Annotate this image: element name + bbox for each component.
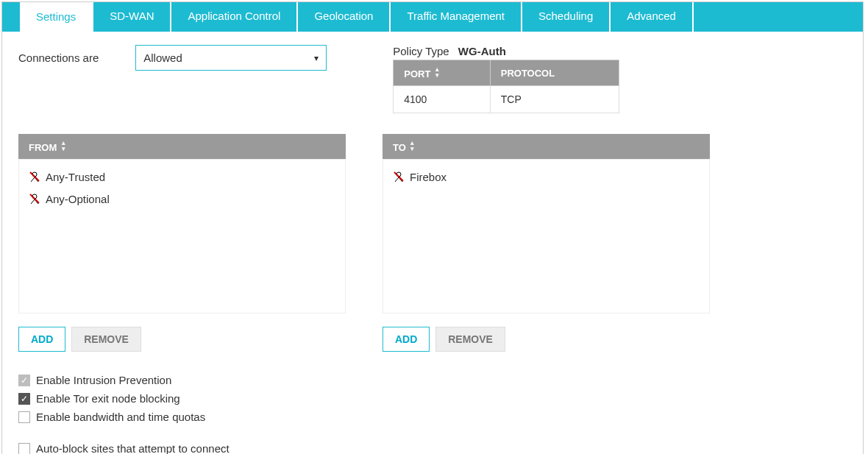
- port-header[interactable]: PORT ▴▾: [394, 60, 490, 86]
- enable-quota-checkbox[interactable]: [18, 411, 30, 423]
- list-item-label: Any-Optional: [46, 193, 110, 205]
- protocol-header[interactable]: PROTOCOL: [490, 60, 619, 86]
- list-item-label: Any-Trusted: [46, 171, 105, 183]
- list-item[interactable]: Any-Trusted: [26, 166, 338, 188]
- policy-settings-page: Settings SD-WAN Application Control Geol…: [1, 1, 864, 454]
- chevron-down-icon: ▾: [314, 53, 319, 63]
- protocol-cell: TCP: [490, 86, 619, 113]
- policy-type-line: Policy Type WG-Auth: [393, 45, 619, 57]
- from-add-button[interactable]: ADD: [18, 327, 65, 352]
- alias-icon: [28, 170, 41, 183]
- from-panel: Any-Trusted Any-Optional: [18, 159, 346, 313]
- tab-application-control[interactable]: Application Control: [171, 2, 298, 32]
- lower-options: Enable Intrusion Prevention Enable Tor e…: [18, 371, 847, 454]
- sort-icon: ▴▾: [435, 66, 439, 78]
- from-column: FROM ▴▾ Any-Trusted Any-Optional: [18, 134, 346, 352]
- to-add-button[interactable]: ADD: [383, 327, 430, 352]
- port-cell: 4100: [394, 86, 490, 113]
- autoblock-checkbox[interactable]: [18, 443, 30, 455]
- to-header[interactable]: TO ▴▾: [383, 134, 710, 159]
- sort-icon: ▴▾: [410, 140, 414, 152]
- connections-select-value: Allowed: [143, 52, 182, 64]
- tab-content: Connections are Allowed ▾ Policy Type WG…: [2, 32, 863, 454]
- tab-geolocation[interactable]: Geolocation: [298, 2, 391, 32]
- policy-type-label: Policy Type: [393, 45, 449, 57]
- to-column: TO ▴▾ Firebox ADD REMOVE: [383, 134, 710, 352]
- tab-settings[interactable]: Settings: [20, 2, 93, 32]
- svg-line-1: [30, 172, 39, 181]
- svg-line-5: [394, 172, 403, 181]
- port-protocol-table: PORT ▴▾ PROTOCOL 4100 TCP: [393, 60, 619, 113]
- enable-ips-checkbox: [18, 375, 30, 386]
- alias-icon: [28, 192, 41, 205]
- connections-label: Connections are: [18, 52, 99, 64]
- to-remove-button[interactable]: REMOVE: [435, 327, 505, 352]
- tab-traffic-management[interactable]: Traffic Management: [391, 2, 522, 32]
- tab-sdwan[interactable]: SD-WAN: [93, 2, 171, 32]
- enable-quota-label: Enable bandwidth and time quotas: [36, 411, 205, 423]
- alias-icon: [392, 170, 405, 183]
- table-row[interactable]: 4100 TCP: [394, 86, 619, 113]
- tab-advanced[interactable]: Advanced: [611, 2, 694, 32]
- svg-line-3: [30, 194, 39, 203]
- tabbar: Settings SD-WAN Application Control Geol…: [2, 2, 863, 32]
- from-header[interactable]: FROM ▴▾: [18, 134, 346, 159]
- connections-select[interactable]: Allowed ▾: [135, 45, 327, 71]
- tab-scheduling[interactable]: Scheduling: [522, 2, 611, 32]
- list-item[interactable]: Any-Optional: [26, 188, 338, 210]
- to-panel: Firebox: [383, 159, 710, 313]
- policy-type-value: WG-Auth: [458, 45, 506, 57]
- list-item-label: Firebox: [410, 171, 447, 183]
- enable-tor-checkbox[interactable]: [18, 393, 30, 405]
- enable-tor-label: Enable Tor exit node blocking: [36, 392, 180, 405]
- enable-ips-label: Enable Intrusion Prevention: [36, 374, 171, 386]
- sort-icon: ▴▾: [62, 140, 65, 152]
- autoblock-label: Auto-block sites that attempt to connect: [36, 442, 230, 454]
- from-remove-button[interactable]: REMOVE: [71, 327, 141, 352]
- list-item[interactable]: Firebox: [391, 166, 702, 188]
